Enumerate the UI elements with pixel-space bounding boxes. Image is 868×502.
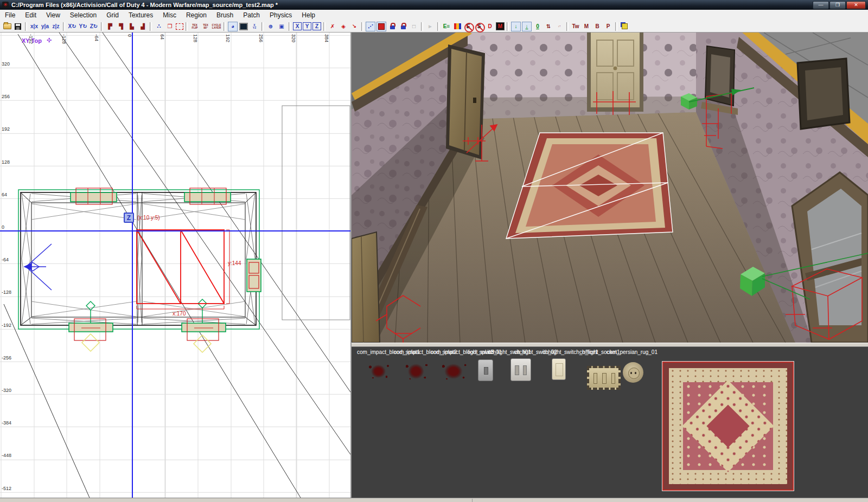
cursor-coordinates: (x:10 y:5) (137, 215, 160, 221)
cycle-disable-button[interactable]: ✗ (328, 22, 337, 31)
lock-textures-button[interactable] (398, 22, 408, 31)
drop-to-floor-line-button[interactable]: ↓ (522, 22, 532, 31)
drop-to-floor-button[interactable]: ↓ (511, 22, 521, 31)
toolbar-separator (437, 22, 439, 31)
menu-region[interactable]: Region (181, 10, 212, 20)
menu-view[interactable]: View (41, 10, 65, 20)
menu-textures[interactable]: Textures (124, 10, 158, 20)
maximize-button[interactable]: ❐ (829, 1, 846, 9)
drag-resize-button[interactable]: ▣ (277, 22, 286, 31)
raise-lower-1-button[interactable]: ⇅ (544, 22, 553, 31)
texture-thumb-switch-plain[interactable] (552, 358, 566, 380)
entity-light-bottom (69, 299, 226, 352)
ruler-tick-left: 256 (2, 94, 10, 99)
minimize-button[interactable]: — (813, 1, 829, 9)
toolbar-separator (615, 22, 617, 31)
tex-rotate-90-button[interactable]: TEX 90° (201, 22, 210, 31)
ruler-tick-left: 192 (2, 126, 10, 132)
cycle-layer-button[interactable]: CYCLE LAYER (212, 22, 221, 31)
2d-wireframe-canvas (0, 33, 352, 498)
menu-grid[interactable]: Grid (101, 10, 124, 20)
draw-path-button[interactable]: ⋰ (366, 22, 375, 31)
texture-thumb-plate-ornate[interactable] (587, 366, 621, 390)
ruler-tick-left: -64 (2, 257, 9, 262)
clip-tool-4-button[interactable]: ▟ (138, 22, 148, 31)
marquee-button[interactable]: □ (409, 22, 419, 31)
lock-axis-y-button[interactable]: Y (303, 22, 311, 30)
ruler-tick-top: 320 (291, 34, 296, 42)
move-view-button[interactable]: ⊕ (266, 22, 276, 31)
toolbar-separator (25, 22, 27, 31)
flip-y-button[interactable]: y|a (40, 22, 50, 31)
menu-selection[interactable]: Selection (65, 10, 101, 20)
texture-thumb-blood[interactable] (366, 361, 393, 382)
menu-brush[interactable]: Brush (212, 10, 238, 20)
view-xyz-button[interactable]: X YZ (250, 22, 259, 31)
menu-physics[interactable]: Physics (265, 10, 297, 20)
clip-tool-2-button[interactable]: ▜ (116, 22, 126, 31)
texture-thumb-switch-double[interactable] (510, 358, 531, 381)
menu-file[interactable]: File (0, 10, 20, 20)
copy-brush-button[interactable]: ❐ (165, 22, 175, 31)
zero-height-button[interactable]: 0 (533, 22, 542, 31)
rotate-x-button[interactable]: X↻ (67, 22, 77, 31)
lock-axis-x-button[interactable]: X (293, 22, 302, 30)
ruler-tick-left: 320 (2, 61, 10, 67)
model-tool-button[interactable]: M (582, 22, 591, 31)
lock-axis-z-button[interactable]: Z (312, 22, 321, 30)
brush-tool-button[interactable]: B (592, 22, 602, 31)
screen-view-button[interactable] (239, 22, 248, 31)
3d-camera-view[interactable] (352, 33, 868, 343)
toolbar: x|xy|az|zX↻Y↻Z↻▛▜▙▟∴❐TEX FLIPTEX 90°CYCL… (0, 21, 868, 33)
menu-edit[interactable]: Edit (20, 10, 41, 20)
texture-thumb-socket[interactable] (623, 362, 643, 383)
region-select-button[interactable] (176, 23, 183, 30)
close-button[interactable]: ✕ (846, 1, 866, 9)
toggle-models-button[interactable]: M (496, 22, 505, 30)
texture-thumb-switch-grey[interactable] (478, 359, 493, 381)
hide-entities-button[interactable]: E (463, 22, 473, 31)
2d-grid-view[interactable]: XY Top ✣ Z (x:10 y:5) x:170 y:144 -192-1… (0, 33, 352, 498)
drag-edges-button[interactable]: ↘ (349, 22, 359, 31)
horizontal-splitter[interactable] (352, 343, 868, 347)
view-mode-icon[interactable]: ✣ (47, 37, 52, 44)
raise-lower-2-button[interactable]: ↓↑ (554, 22, 564, 31)
flip-z-button[interactable]: z|z (51, 22, 61, 31)
texture-browser[interactable]: com_impact_blood_splat1com_impact_blood_… (352, 347, 868, 498)
z-axis-marker[interactable]: Z (124, 213, 134, 223)
layers-palette-button[interactable] (452, 22, 462, 31)
tex-flip-button[interactable]: TEX FLIP (190, 22, 200, 31)
open-file-button[interactable] (2, 22, 12, 31)
ruler-tick-top: -192 (28, 34, 34, 44)
vertex-mode-button[interactable]: ◈ (339, 22, 348, 31)
hide-script-button[interactable]: S (474, 22, 484, 31)
ruler-tick-left: 128 (2, 159, 10, 165)
texture-thumb-rug[interactable] (662, 362, 794, 491)
ruler-tick-top: 128 (193, 34, 198, 42)
dimension-y-label: y:144 (228, 260, 241, 266)
texture-thumb-blood[interactable] (403, 359, 432, 384)
entity-connect-button[interactable]: ∴ (154, 22, 164, 31)
entity-properties-button[interactable]: E≡ (442, 22, 451, 31)
clip-tool-3-button[interactable]: ▙ (127, 22, 137, 31)
flip-x-button[interactable]: x|x (29, 22, 39, 31)
texture-thumb-blood[interactable] (438, 359, 472, 384)
toggle-detail-button[interactable]: D (485, 22, 495, 31)
paste-special-button[interactable] (620, 22, 629, 31)
ruler-tick-top: -64 (94, 34, 99, 41)
clip-tool-1-button[interactable]: ▛ (105, 22, 115, 31)
lock-selection-button[interactable] (387, 22, 397, 31)
menu-patch[interactable]: Patch (238, 10, 265, 20)
toolbar-separator (101, 22, 103, 31)
patch-tool-button[interactable]: P (603, 22, 613, 31)
menu-help[interactable]: Help (297, 10, 320, 20)
ruler-tick-top: 0 (127, 34, 132, 37)
menu-misc[interactable]: Misc (158, 10, 181, 20)
paint-face-button[interactable] (376, 22, 386, 31)
terrain-tool-button[interactable]: Tw (571, 22, 580, 31)
save-file-button[interactable] (13, 22, 23, 31)
free-rotate-button[interactable]: ◕ (228, 22, 238, 31)
rotate-y-button[interactable]: Y↻ (78, 22, 88, 31)
rotate-z-button[interactable]: Z↻ (89, 22, 99, 31)
toolbar-separator (566, 22, 569, 31)
